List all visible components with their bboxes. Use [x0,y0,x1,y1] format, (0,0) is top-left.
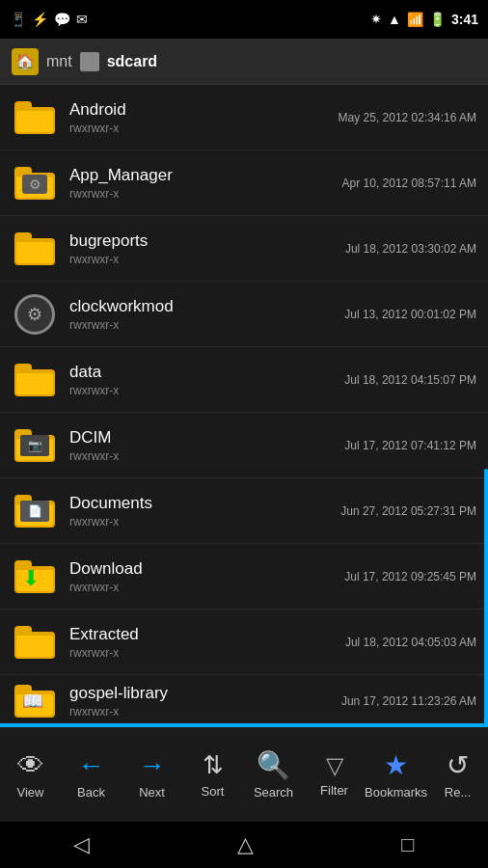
status-right-icons: ✴ ▲ 📶 🔋 3:41 [370,12,478,27]
file-info: bugreports rwxrwxr-x [69,231,345,266]
bluetooth-icon: ✴ [370,12,382,27]
wifi-icon: ▲ [388,12,401,27]
home-nav-button[interactable]: △ [214,825,277,865]
view-label: View [17,785,44,800]
file-name: Extracted [69,625,345,644]
search-label: Search [254,785,293,800]
file-perms: rwxrwxr-x [69,646,345,660]
view-button[interactable]: 👁 View [0,727,61,822]
next-button[interactable]: → Next [122,727,182,822]
back-button[interactable]: ← Back [61,727,122,822]
list-item[interactable]: data rwxrwxr-x Jul 18, 2012 04:15:07 PM [0,347,488,413]
back-nav-button[interactable]: ◁ [50,825,113,865]
sort-button[interactable]: ⇅ Sort [182,727,243,822]
status-left-icons: 📱 ⚡ 💬 ✉ [10,12,88,27]
search-button[interactable]: 🔍 Search [243,727,304,822]
scroll-indicator [484,469,488,725]
file-perms: rwxrwxr-x [69,187,342,201]
file-info: DCIM rwxrwxr-x [69,428,344,463]
battery-icon: 🔋 [429,12,446,27]
bookmarks-icon: ★ [384,749,408,781]
refresh-label: Re... [445,785,471,800]
file-date: Apr 10, 2012 08:57:11 AM [342,176,476,190]
folder-icon: ⚙ [12,160,58,206]
filter-icon: ▽ [326,752,343,779]
file-name: Android [69,100,339,120]
file-perms: rwxrwxr-x [69,253,345,266]
file-name: Documents [69,494,340,513]
file-name: DCIM [69,428,344,448]
bookmarks-button[interactable]: ★ Bookmarks [365,727,427,822]
file-date: Jul 18, 2012 04:05:03 AM [345,636,476,649]
clock: 3:41 [451,12,478,27]
file-info: clockworkmod rwxrwxr-x [69,297,344,332]
chat-icon: 💬 [54,12,70,27]
list-item[interactable]: ⬇ Download rwxrwxr-x Jul 17, 2012 09:25:… [0,544,488,610]
sort-icon: ⇅ [203,750,224,780]
file-perms: rwxrwxr-x [69,449,344,463]
folder-icon [12,357,58,403]
status-bar: 📱 ⚡ 💬 ✉ ✴ ▲ 📶 🔋 3:41 [0,0,488,39]
folder-icon [12,619,58,665]
path-separator-icon [80,52,99,71]
back-label: Back [77,785,105,800]
list-item[interactable]: Android rwxrwxr-x May 25, 2012 02:34:16 … [0,85,488,150]
file-date: Jul 18, 2012 04:15:07 PM [344,373,476,387]
usb-icon: ⚡ [32,12,48,27]
file-info: Documents rwxrwxr-x [69,494,340,529]
folder-icon [12,95,58,141]
list-item[interactable]: ⚙ App_Manager rwxrwxr-x Apr 10, 2012 08:… [0,150,488,216]
file-date: May 25, 2012 02:34:16 AM [339,111,476,124]
file-info: Download rwxrwxr-x [69,559,344,594]
list-item[interactable]: Extracted rwxrwxr-x Jul 18, 2012 04:05:0… [0,610,488,675]
file-info: Android rwxrwxr-x [69,100,339,135]
list-item[interactable]: bugreports rwxrwxr-x Jul 18, 2012 03:30:… [0,216,488,282]
refresh-icon: ↺ [447,749,469,781]
list-item[interactable]: 📖 gospel-library rwxrwxr-x Jun 17, 2012 … [0,675,488,725]
file-info: App_Manager rwxrwxr-x [69,166,342,201]
file-name: Download [69,559,344,579]
file-perms: rwxrwxr-x [69,581,344,594]
list-item[interactable]: 📷 DCIM rwxrwxr-x Jul 17, 2012 07:41:12 P… [0,413,488,478]
back-icon: ← [78,750,105,781]
toolbar: 👁 View ← Back → Next ⇅ Sort 🔍 Search ▽ F… [0,725,488,822]
list-item[interactable]: 📄 Documents rwxrwxr-x Jun 27, 2012 05:27… [0,478,488,544]
filter-label: Filter [320,783,348,798]
file-info: gospel-library rwxrwxr-x [69,684,341,719]
next-icon: → [139,750,166,781]
file-info: Extracted rwxrwxr-x [69,625,345,660]
folder-icon: ⬇ [12,554,58,600]
search-icon: 🔍 [257,749,290,781]
file-info: data rwxrwxr-x [69,363,344,397]
recent-nav-button[interactable]: □ [378,825,437,865]
path-bar: 🏠 mnt sdcard [0,39,488,85]
file-date: Jul 13, 2012 00:01:02 PM [344,308,476,321]
next-label: Next [139,785,165,800]
file-list: Android rwxrwxr-x May 25, 2012 02:34:16 … [0,85,488,725]
file-date: Jul 17, 2012 09:25:45 PM [344,570,476,583]
folder-icon: 📄 [12,488,58,534]
folder-icon: 📷 [12,422,58,469]
file-date: Jun 17, 2012 11:23:26 AM [341,694,476,708]
file-name: bugreports [69,231,345,251]
mail-icon: ✉ [76,12,88,27]
list-item[interactable]: ⚙ clockworkmod rwxrwxr-x Jul 13, 2012 00… [0,282,488,347]
nav-bar: ◁ △ □ [0,822,488,868]
file-name: gospel-library [69,684,341,703]
file-perms: rwxrwxr-x [69,515,340,529]
folder-icon: ⚙ [12,291,58,338]
filter-button[interactable]: ▽ Filter [304,727,365,822]
file-perms: rwxrwxr-x [69,122,339,135]
notification-icon: 📱 [10,12,26,27]
bookmarks-label: Bookmarks [365,785,427,800]
view-icon: 👁 [17,749,44,781]
signal-icon: 📶 [407,12,423,27]
home-icon[interactable]: 🏠 [12,48,39,75]
path-sdcard[interactable]: sdcard [107,53,157,70]
folder-icon: 📖 [12,678,58,724]
refresh-button[interactable]: ↺ Re... [427,727,488,822]
sort-label: Sort [202,784,225,799]
file-date: Jun 27, 2012 05:27:31 PM [340,504,476,518]
file-perms: rwxrwxr-x [69,318,344,332]
path-mnt[interactable]: mnt [46,53,72,70]
